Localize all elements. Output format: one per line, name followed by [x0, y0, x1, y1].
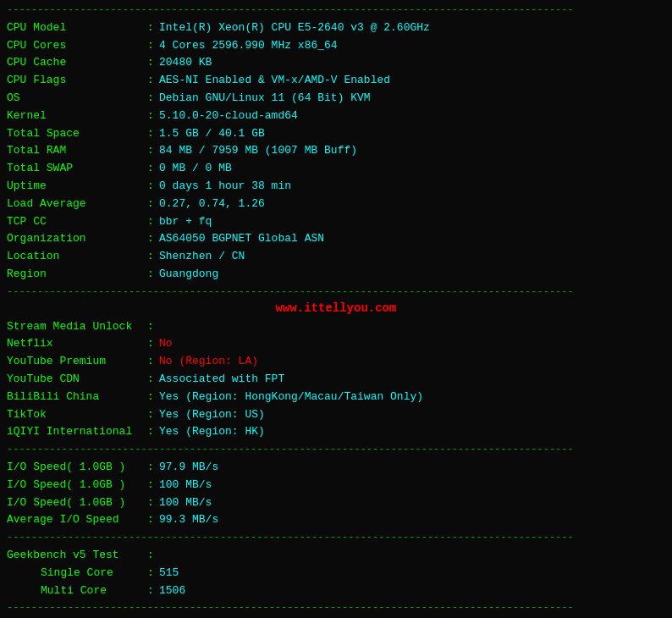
io-row: I/O Speed( 1.0GB ) : 97.9 MB/s	[7, 459, 665, 477]
site-label: www.ittellyou.com	[7, 300, 665, 317]
row-label: Multi Core	[7, 582, 142, 600]
divider-io-end: ----------------------------------------…	[7, 531, 665, 545]
stream-title-colon: :	[142, 318, 159, 336]
row-value: 100 MB/s	[159, 477, 212, 494]
stream-row: iQIYI International : Yes (Region: HK)	[7, 423, 665, 441]
row-label: CPU Model	[7, 19, 142, 37]
row-value: 0.27, 0.74, 1.26	[159, 196, 265, 213]
row-colon: :	[142, 335, 159, 353]
row-value: 100 MB/s	[159, 494, 212, 512]
row-value: Shenzhen / CN	[159, 248, 245, 266]
row-value: 84 MB / 7959 MB (1007 MB Buff)	[159, 142, 357, 160]
system-row: Load Average : 0.27, 0.74, 1.26	[7, 196, 665, 213]
stream-row: YouTube CDN : Associated with FPT	[7, 371, 665, 389]
stream-row: YouTube Premium : No (Region: LA)	[7, 353, 665, 371]
row-value: AES-NI Enabled & VM-x/AMD-V Enabled	[159, 72, 390, 90]
row-colon: :	[142, 125, 159, 143]
system-row: CPU Cache : 20480 KB	[7, 54, 665, 72]
stream-row: TikTok : Yes (Region: US)	[7, 406, 665, 424]
main-container: ----------------------------------------…	[7, 3, 665, 615]
system-row: Total RAM : 84 MB / 7959 MB (1007 MB Buf…	[7, 142, 665, 160]
row-colon: :	[142, 90, 159, 108]
io-row: I/O Speed( 1.0GB ) : 100 MB/s	[7, 477, 665, 494]
row-label: Total SWAP	[7, 160, 142, 178]
row-colon: :	[142, 353, 159, 371]
row-value: Debian GNU/Linux 11 (64 Bit) KVM	[159, 90, 371, 108]
row-label: CPU Cache	[7, 54, 142, 72]
system-row: Region : Guangdong	[7, 266, 665, 284]
row-label: Total RAM	[7, 142, 142, 160]
row-label: Netflix	[7, 335, 142, 353]
row-colon: :	[142, 178, 159, 196]
stream-row: Netflix : No	[7, 335, 665, 353]
geekbench-title-label: Geekbench v5 Test	[7, 547, 142, 565]
row-colon: :	[142, 54, 159, 72]
row-label: I/O Speed( 1.0GB )	[7, 477, 142, 494]
geekbench-title-colon: :	[142, 547, 159, 565]
row-value: No	[159, 335, 173, 353]
row-label: Average I/O Speed	[7, 511, 142, 529]
row-colon: :	[142, 230, 159, 248]
row-label: Uptime	[7, 178, 142, 196]
row-label: CPU Cores	[7, 37, 142, 55]
row-colon: :	[142, 511, 159, 529]
row-colon: :	[142, 19, 159, 37]
row-label: Total Space	[7, 125, 142, 143]
geekbench-title-row: Geekbench v5 Test :	[7, 547, 665, 565]
system-row: OS : Debian GNU/Linux 11 (64 Bit) KVM	[7, 90, 665, 108]
row-label: Load Average	[7, 196, 142, 213]
row-colon: :	[142, 266, 159, 284]
row-label: Region	[7, 266, 142, 284]
row-value: Intel(R) Xeon(R) CPU E5-2640 v3 @ 2.60GH…	[159, 19, 430, 37]
divider-stream-end: ----------------------------------------…	[7, 443, 665, 457]
row-value: 99.3 MB/s	[159, 511, 218, 529]
io-row: Average I/O Speed : 99.3 MB/s	[7, 511, 665, 529]
system-row: CPU Flags : AES-NI Enabled & VM-x/AMD-V …	[7, 72, 665, 90]
row-label: I/O Speed( 1.0GB )	[7, 459, 142, 477]
row-value: Yes (Region: HK)	[159, 423, 265, 441]
row-value: 0 days 1 hour 38 min	[159, 178, 291, 196]
row-value: 20480 KB	[159, 54, 212, 72]
row-value: 5.10.0-20-cloud-amd64	[159, 108, 298, 125]
row-label: OS	[7, 90, 142, 108]
stream-title-row: Stream Media Unlock :	[7, 318, 665, 336]
row-label: TCP CC	[7, 213, 142, 231]
row-value: 4 Cores 2596.990 MHz x86_64	[159, 37, 338, 55]
system-row: Location : Shenzhen / CN	[7, 248, 665, 266]
divider-bottom: ----------------------------------------…	[7, 601, 665, 615]
system-row: Organization : AS64050 BGPNET Global ASN	[7, 230, 665, 248]
geekbench-row: Single Core : 515	[7, 565, 665, 582]
row-colon: :	[142, 477, 159, 494]
row-value: Associated with FPT	[159, 371, 284, 389]
row-colon: :	[142, 142, 159, 160]
row-colon: :	[142, 582, 159, 600]
row-label: Location	[7, 248, 142, 266]
divider-system-end: ----------------------------------------…	[7, 285, 665, 300]
row-colon: :	[142, 565, 159, 582]
row-value: Yes (Region: US)	[159, 406, 265, 424]
row-value: 515	[159, 565, 179, 582]
row-label: TikTok	[7, 406, 142, 424]
row-colon: :	[142, 196, 159, 213]
row-label: CPU Flags	[7, 72, 142, 90]
row-colon: :	[142, 406, 159, 424]
row-colon: :	[142, 248, 159, 266]
geekbench-row: Multi Core : 1506	[7, 582, 665, 600]
row-label: BiliBili China	[7, 389, 142, 406]
row-value: Guangdong	[159, 266, 218, 284]
io-row: I/O Speed( 1.0GB ) : 100 MB/s	[7, 494, 665, 512]
row-value: Yes (Region: HongKong/Macau/Taiwan Only)	[159, 389, 423, 406]
row-value: AS64050 BGPNET Global ASN	[159, 230, 324, 248]
row-colon: :	[142, 389, 159, 406]
row-value: 0 MB / 0 MB	[159, 160, 232, 178]
divider-top: ----------------------------------------…	[7, 3, 665, 18]
row-colon: :	[142, 371, 159, 389]
system-row: Uptime : 0 days 1 hour 38 min	[7, 178, 665, 196]
row-label: Kernel	[7, 108, 142, 125]
row-label: iQIYI International	[7, 423, 142, 441]
row-value: No (Region: LA)	[159, 353, 258, 371]
system-row: Total Space : 1.5 GB / 40.1 GB	[7, 125, 665, 143]
row-value: 97.9 MB/s	[159, 459, 218, 477]
row-label: Single Core	[7, 565, 142, 582]
stream-row: BiliBili China : Yes (Region: HongKong/M…	[7, 389, 665, 406]
